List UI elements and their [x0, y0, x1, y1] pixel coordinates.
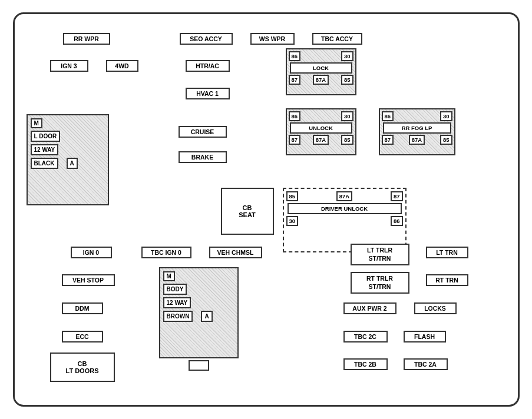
- lock-term-85: 85: [341, 75, 353, 85]
- cb-lt-doors-line1: CB: [78, 360, 87, 367]
- body-color: BROWN: [163, 311, 193, 322]
- l-door-way: 12 WAY: [31, 144, 59, 155]
- locks-label: LOCKS: [414, 302, 457, 314]
- fog-term-87a: 87A: [409, 135, 425, 145]
- lt-trn-label: LT TRN: [426, 247, 468, 258]
- tbc-2c-label: TBC 2C: [343, 331, 388, 342]
- cruise-label: CRUISE: [179, 126, 227, 138]
- htr-ac-label: HTR/AC: [186, 60, 230, 72]
- tbc-2a-label: TBC 2A: [404, 358, 448, 370]
- tbc-accy-label: TBC ACCY: [312, 33, 362, 45]
- fog-relay-name: RR FOG LP: [383, 122, 451, 134]
- seo-accy-label: SEO ACCY: [180, 33, 233, 45]
- brake-label: BRAKE: [179, 151, 227, 163]
- l-door-a: A: [67, 158, 78, 169]
- l-door-module: M L DOOR 12 WAY BLACK A: [27, 114, 109, 205]
- du-relay-name: DRIVER UNLOCK: [288, 203, 402, 214]
- connector-tab: [189, 360, 209, 371]
- fog-term-85: 85: [440, 135, 452, 145]
- body-a: A: [201, 311, 212, 322]
- unlock-relay: 86 30 UNLOCK 87 87A 85: [286, 108, 356, 155]
- du-term-85: 85: [286, 191, 299, 201]
- cb-lt-doors-box: CB LT DOORS: [50, 353, 115, 382]
- l-door-name: L DOOR: [31, 131, 61, 142]
- du-term-86: 86: [391, 216, 403, 226]
- cb-seat-line1: CB: [243, 204, 252, 211]
- pdm-box: 85 87A 87 DRIVER UNLOCK 30 86 PDM: [283, 188, 407, 252]
- lt-trlr-label: LT TRLR ST/TRN: [351, 244, 409, 265]
- ign0-label: IGN 0: [71, 247, 112, 258]
- l-door-m: M: [31, 118, 42, 128]
- unlock-term-30: 30: [341, 111, 353, 121]
- rr-fog-relay: 86 30 RR FOG LP 87 87A 85: [379, 108, 455, 155]
- lock-relay-name: LOCK: [290, 62, 352, 74]
- ign3-label: IGN 3: [50, 60, 88, 72]
- body-name: BODY: [163, 284, 187, 295]
- ddm-label: DDM: [62, 302, 103, 314]
- body-module: M BODY 12 WAY BROWN A: [159, 267, 239, 358]
- fog-term-87: 87: [382, 135, 394, 145]
- l-door-color: BLACK: [31, 158, 58, 169]
- body-m: M: [163, 271, 175, 281]
- ws-wpr-label: WS WPR: [250, 33, 295, 45]
- unlock-relay-name: UNLOCK: [290, 122, 352, 134]
- lock-relay: 86 30 LOCK 87 87A 85: [286, 48, 356, 95]
- lock-term-87: 87: [289, 75, 301, 85]
- unlock-term-87: 87: [289, 135, 301, 145]
- 4wd-label: 4WD: [106, 60, 138, 72]
- lock-term-87a: 87A: [313, 75, 329, 85]
- lock-term-86: 86: [289, 51, 301, 61]
- unlock-term-86: 86: [289, 111, 301, 121]
- tbc-ign0-label: TBC IGN 0: [141, 247, 191, 258]
- rt-trlr-label: RT TRLR ST/TRN: [351, 272, 409, 294]
- tbc-2b-label: TBC 2B: [343, 358, 388, 370]
- fog-term-86: 86: [382, 111, 394, 121]
- cb-seat-line2: SEAT: [239, 211, 256, 218]
- hvac1-label: HVAC 1: [186, 88, 230, 99]
- lock-term-30: 30: [341, 51, 353, 61]
- rr-wpr-label: RR WPR: [63, 33, 110, 45]
- flash-label: FLASH: [404, 331, 446, 342]
- du-term-30: 30: [286, 216, 299, 226]
- du-term-87: 87: [391, 191, 403, 201]
- fuse-diagram: RR WPR SEO ACCY WS WPR TBC ACCY IGN 3 4W…: [13, 12, 520, 407]
- veh-chmsl-label: VEH CHMSL: [209, 247, 262, 258]
- unlock-term-85: 85: [341, 135, 353, 145]
- body-way: 12 WAY: [163, 297, 191, 308]
- cb-seat-box: CB SEAT: [221, 188, 274, 235]
- veh-stop-label: VEH STOP: [62, 274, 115, 286]
- du-term-87a: 87A: [336, 191, 352, 201]
- unlock-term-87a: 87A: [313, 135, 329, 145]
- cb-lt-doors-line2: LT DOORS: [65, 367, 98, 374]
- aux-pwr2-label: AUX PWR 2: [343, 302, 396, 314]
- fog-term-30: 30: [440, 111, 452, 121]
- ecc-label: ECC: [62, 331, 103, 342]
- rt-trn-label: RT TRN: [426, 274, 468, 286]
